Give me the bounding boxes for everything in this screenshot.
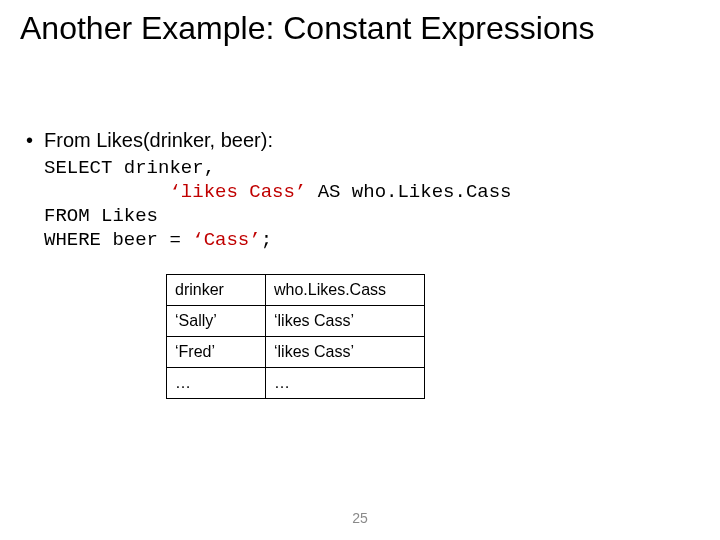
slide-body: • From Likes(drinker, beer): SELECT drin… [26,128,686,252]
table-row: ‘Fred’ ‘likes Cass’ [167,337,425,368]
code-line-2-tail: AS who.Likes.Cass [306,181,511,203]
cell-drinker: ‘Sally’ [167,306,266,337]
page-number: 25 [0,510,720,526]
code-line-1: SELECT drinker, [44,157,215,179]
table-header-row: drinker who.Likes.Cass [167,275,425,306]
table-row: ‘Sally’ ‘likes Cass’ [167,306,425,337]
code-literal-likes-cass: ‘likes Cass’ [169,181,306,203]
sql-code-block: SELECT drinker, ‘likes Cass’ AS who.Like… [44,156,686,252]
cell-wholikescass: … [266,368,425,399]
code-line-2-indent [44,181,169,203]
cell-wholikescass: ‘likes Cass’ [266,337,425,368]
cell-drinker: ‘Fred’ [167,337,266,368]
table-row: … … [167,368,425,399]
slide-title: Another Example: Constant Expressions [20,10,595,47]
cell-drinker: … [167,368,266,399]
bullet-dot-icon: • [26,128,44,152]
code-line-4-head: WHERE beer = [44,229,192,251]
cell-wholikescass: ‘likes Cass’ [266,306,425,337]
result-table-wrap: drinker who.Likes.Cass ‘Sally’ ‘likes Ca… [166,274,425,399]
bullet-item: • From Likes(drinker, beer): [26,128,686,152]
slide: Another Example: Constant Expressions • … [0,0,720,540]
bullet-text: From Likes(drinker, beer): [44,128,273,152]
code-literal-cass: ‘Cass’ [192,229,260,251]
col-header-wholikescass: who.Likes.Cass [266,275,425,306]
code-line-4-tail: ; [261,229,272,251]
result-table: drinker who.Likes.Cass ‘Sally’ ‘likes Ca… [166,274,425,399]
code-line-3: FROM Likes [44,205,158,227]
col-header-drinker: drinker [167,275,266,306]
